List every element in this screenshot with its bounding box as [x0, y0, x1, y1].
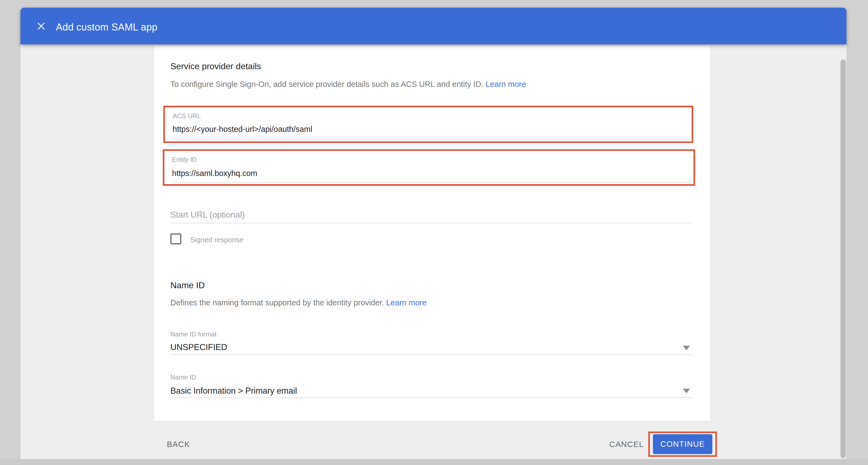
- entity-id-highlight-box: Entity ID https://saml.boxyhq.com: [163, 149, 695, 186]
- name-id-format-label: Name ID format: [170, 330, 216, 338]
- service-provider-description: To configure Single Sign-On, add service…: [170, 80, 526, 89]
- learn-more-link-sso[interactable]: Learn more: [486, 80, 526, 89]
- name-id-select[interactable]: Basic Information > Primary email: [170, 386, 297, 396]
- start-url-underline: [170, 223, 692, 223]
- acs-url-label: ACS URL: [173, 112, 201, 120]
- name-id-format-select[interactable]: UNSPECIFIED: [170, 342, 227, 352]
- service-provider-heading: Service provider details: [170, 61, 261, 71]
- chevron-down-icon[interactable]: [683, 346, 690, 350]
- back-button[interactable]: BACK: [167, 437, 190, 452]
- acs-url-underline: [172, 139, 692, 139]
- service-provider-description-text: To configure Single Sign-On, add service…: [170, 80, 483, 89]
- dialog-body: Service provider details To configure Si…: [21, 44, 846, 459]
- page-bottom-strip: [0, 459, 868, 465]
- dialog-header: Add custom SAML app: [21, 8, 846, 44]
- name-id-description: Defines the naming format supported by t…: [170, 298, 427, 307]
- name-id-format-underline: [170, 355, 692, 355]
- entity-id-input[interactable]: https://saml.boxyhq.com: [172, 169, 257, 178]
- signed-response-checkbox[interactable]: [170, 233, 181, 244]
- scrollbar-thumb[interactable]: [840, 59, 846, 458]
- close-icon-glyph: [36, 21, 46, 31]
- continue-highlight-box: CONTINUE: [648, 431, 717, 457]
- cancel-button[interactable]: CANCEL: [609, 437, 644, 452]
- chevron-down-icon[interactable]: [683, 389, 690, 393]
- start-url-input[interactable]: [170, 208, 692, 222]
- dialog-title: Add custom SAML app: [56, 22, 158, 33]
- name-id-underline: [170, 397, 692, 398]
- entity-id-underline: [172, 182, 692, 183]
- name-id-description-text: Defines the naming format supported by t…: [170, 298, 384, 307]
- entity-id-label: Entity ID: [172, 156, 197, 163]
- continue-button[interactable]: CONTINUE: [653, 434, 712, 454]
- add-custom-saml-app-dialog: Add custom SAML app Service provider det…: [21, 8, 846, 459]
- close-icon[interactable]: [35, 20, 48, 33]
- signed-response-label: Signed response: [190, 236, 243, 244]
- name-id-heading: Name ID: [170, 280, 205, 290]
- learn-more-link-name-id[interactable]: Learn more: [386, 298, 427, 307]
- acs-url-highlight-box: ACS URL https://<your-hosted-url>/api/oa…: [163, 106, 693, 143]
- name-id-select-label: Name ID: [170, 373, 196, 381]
- form-card: Service provider details To configure Si…: [154, 46, 710, 421]
- acs-url-input[interactable]: https://<your-hosted-url>/api/oauth/saml: [173, 125, 312, 134]
